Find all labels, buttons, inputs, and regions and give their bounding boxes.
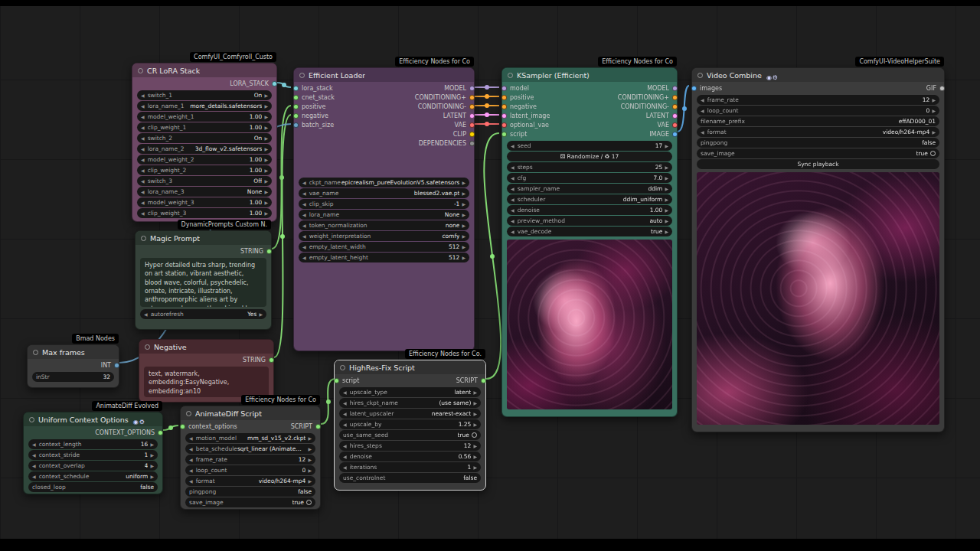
title-icon-1[interactable]: ⚙ bbox=[773, 74, 778, 81]
arrow-left-icon[interactable]: ◀ bbox=[343, 390, 347, 395]
port-dot-icon[interactable] bbox=[293, 122, 299, 128]
widget-hires-ckpt-name[interactable]: ◀hires_ckpt_name(use same)▶ bbox=[339, 398, 481, 408]
widget-scheduler[interactable]: ◀schedulerddim_uniform▶ bbox=[507, 194, 672, 204]
port-dot-icon[interactable] bbox=[939, 86, 945, 91]
node-header[interactable]: Efficient Loader bbox=[294, 68, 474, 82]
arrow-left-icon[interactable]: ◀ bbox=[701, 108, 704, 113]
arrow-right-icon[interactable]: ▶ bbox=[264, 93, 268, 98]
collapse-icon[interactable] bbox=[299, 73, 305, 78]
input-images-port[interactable]: images bbox=[691, 83, 722, 93]
widget-closed-loop[interactable]: closed_loopfalse bbox=[28, 482, 158, 492]
arrow-left-icon[interactable]: ◀ bbox=[701, 97, 704, 103]
port-dot-icon[interactable] bbox=[269, 357, 274, 363]
arrow-right-icon[interactable]: ▶ bbox=[665, 165, 668, 170]
arrow-left-icon[interactable]: ◀ bbox=[189, 457, 193, 462]
arrow-left-icon[interactable]: ◀ bbox=[511, 143, 514, 148]
input-negative-port[interactable]: negative bbox=[501, 102, 550, 111]
output-context-options-port[interactable]: CONTEXT_OPTIONS bbox=[95, 428, 163, 437]
output-string-port[interactable]: STRING bbox=[243, 355, 274, 364]
port-dot-icon[interactable] bbox=[672, 95, 678, 100]
port-dot-icon[interactable] bbox=[315, 424, 321, 429]
widget-preview-method[interactable]: ◀preview_methodauto▶ bbox=[507, 216, 672, 226]
arrow-right-icon[interactable]: ▶ bbox=[264, 178, 268, 184]
arrow-right-icon[interactable]: ▶ bbox=[665, 197, 668, 202]
widget-loop-count[interactable]: ◀loop_count0▶ bbox=[185, 465, 315, 475]
widget-loop-count[interactable]: ◀loop_count0▶ bbox=[697, 106, 939, 116]
port-dot-icon[interactable] bbox=[501, 113, 507, 119]
arrow-left-icon[interactable]: ◀ bbox=[511, 218, 514, 223]
toggle-icon[interactable] bbox=[930, 151, 936, 156]
port-dot-icon[interactable] bbox=[672, 104, 678, 109]
widget-context-stride[interactable]: ◀context_stride1▶ bbox=[28, 450, 158, 460]
input-positive-port[interactable]: positive bbox=[501, 93, 550, 102]
arrow-left-icon[interactable]: ◀ bbox=[302, 244, 306, 249]
port-dot-icon[interactable] bbox=[266, 249, 272, 254]
node-header[interactable]: AnimateDiff Script bbox=[181, 406, 320, 420]
port-dot-icon[interactable] bbox=[481, 378, 486, 383]
widget-instr[interactable]: inStr32 bbox=[32, 372, 114, 382]
arrow-left-icon[interactable]: ◀ bbox=[141, 189, 145, 194]
widget-model-weight-3[interactable]: ◀model_weight_31.00▶ bbox=[137, 197, 272, 207]
arrow-right-icon[interactable]: ▶ bbox=[308, 446, 312, 452]
title-icons[interactable]: ◉⚙ bbox=[766, 68, 778, 83]
port-dot-icon[interactable] bbox=[501, 132, 507, 137]
node-max-frames[interactable]: Bmad Nodes Max frames INT inStr32 bbox=[27, 344, 119, 388]
title-icon-0[interactable]: ◉ bbox=[133, 419, 139, 425]
arrow-right-icon[interactable]: ▶ bbox=[150, 463, 154, 468]
arrow-left-icon[interactable]: ◀ bbox=[141, 146, 145, 152]
arrow-right-icon[interactable]: ▶ bbox=[264, 125, 268, 130]
arrow-right-icon[interactable]: ▶ bbox=[264, 135, 268, 141]
widget-frame-rate[interactable]: ◀frame_rate12▶ bbox=[185, 455, 315, 465]
arrow-left-icon[interactable]: ◀ bbox=[511, 165, 514, 170]
arrow-left-icon[interactable]: ◀ bbox=[302, 191, 306, 196]
collapse-icon[interactable] bbox=[145, 344, 150, 350]
input-script-port[interactable]: script bbox=[334, 376, 359, 385]
arrow-left-icon[interactable]: ◀ bbox=[701, 129, 704, 135]
node-ksampler-efficient[interactable]: Efficiency Nodes for Co KSampler (Effici… bbox=[501, 67, 678, 417]
arrow-right-icon[interactable]: ▶ bbox=[665, 175, 668, 181]
widget-upscale-type[interactable]: ◀upscale_typelatent▶ bbox=[339, 387, 481, 397]
widget-lora-name-3[interactable]: ◀lora_name_3None▶ bbox=[137, 187, 272, 197]
arrow-left-icon[interactable]: ◀ bbox=[511, 175, 514, 181]
arrow-right-icon[interactable]: ▶ bbox=[473, 390, 477, 395]
arrow-right-icon[interactable]: ▶ bbox=[665, 229, 668, 234]
title-icon-0[interactable]: ◉ bbox=[766, 74, 772, 81]
node-highres-fix-script[interactable]: Efficiency Nodes for Co. HighRes-Fix Scr… bbox=[334, 360, 486, 491]
widget-vae-name[interactable]: ◀vae_nameblessed2.vae.pt▶ bbox=[299, 188, 469, 198]
widget-seed[interactable]: ◀seed17▶ bbox=[507, 141, 672, 151]
port-dot-icon[interactable] bbox=[293, 113, 299, 119]
port-dot-icon[interactable] bbox=[293, 86, 299, 91]
widget-model-weight-1[interactable]: ◀model_weight_11.00▶ bbox=[137, 112, 272, 122]
arrow-right-icon[interactable]: ▶ bbox=[462, 244, 466, 249]
input-cnet-stack-port[interactable]: cnet_stack bbox=[293, 93, 335, 102]
input-batch-size-port[interactable]: batch_size bbox=[293, 120, 335, 129]
arrow-right-icon[interactable]: ▶ bbox=[665, 218, 668, 223]
port-dot-icon[interactable] bbox=[334, 378, 339, 383]
widget-use-same-seed[interactable]: use_same_seedtrue bbox=[339, 430, 481, 440]
arrow-left-icon[interactable]: ◀ bbox=[302, 212, 306, 217]
collapse-icon[interactable] bbox=[29, 417, 34, 422]
widget-filename-prefix[interactable]: filename_prefixeffAD000_01 bbox=[697, 116, 939, 126]
arrow-left-icon[interactable]: ◀ bbox=[141, 157, 145, 162]
widget-format[interactable]: ◀formatvideo/h264-mp4▶ bbox=[185, 476, 315, 486]
arrow-left-icon[interactable]: ◀ bbox=[302, 233, 306, 239]
arrow-right-icon[interactable]: ▶ bbox=[473, 465, 477, 470]
arrow-right-icon[interactable]: ▶ bbox=[150, 474, 154, 479]
arrow-right-icon[interactable]: ▶ bbox=[462, 180, 466, 185]
arrow-right-icon[interactable]: ▶ bbox=[308, 468, 312, 473]
arrow-left-icon[interactable]: ◀ bbox=[141, 93, 145, 98]
widget-clip-weight-3[interactable]: ◀clip_weight_31.00▶ bbox=[137, 208, 272, 218]
input-lora-stack-port[interactable]: lora_stack bbox=[293, 83, 335, 93]
input-optional-vae-port[interactable]: optional_vae bbox=[501, 120, 550, 129]
port-dot-icon[interactable] bbox=[501, 122, 507, 128]
arrow-left-icon[interactable]: ◀ bbox=[32, 452, 36, 458]
button-randomize-17[interactable]: ⚄ Randomize / ♻ 17 bbox=[507, 152, 672, 161]
arrow-left-icon[interactable]: ◀ bbox=[141, 178, 145, 184]
port-dot-icon[interactable] bbox=[293, 95, 299, 100]
arrow-left-icon[interactable]: ◀ bbox=[32, 474, 36, 479]
widget-steps[interactable]: ◀steps25▶ bbox=[507, 162, 672, 172]
widget-lora-name-2[interactable]: ◀lora_name_23d_flow_v2.safetensors▶ bbox=[137, 144, 272, 154]
output-gif-port[interactable]: GIF bbox=[926, 83, 945, 93]
arrow-right-icon[interactable]: ▶ bbox=[462, 255, 466, 260]
port-dot-icon[interactable] bbox=[469, 141, 475, 146]
